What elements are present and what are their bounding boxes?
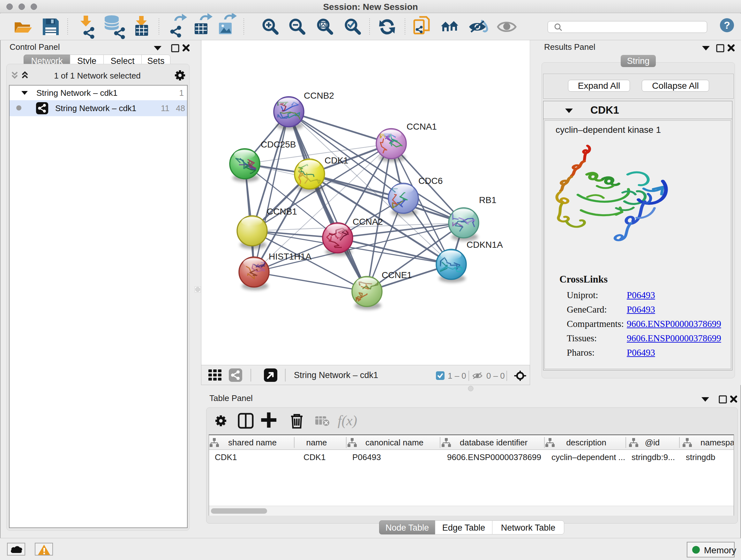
- svg-text:name: name: [306, 438, 327, 447]
- svg-text:CCNA1: CCNA1: [407, 122, 437, 132]
- svg-text:CDC25B: CDC25B: [261, 139, 296, 149]
- svg-text:shared name: shared name: [228, 438, 277, 447]
- svg-text:0 – 0: 0 – 0: [486, 371, 505, 381]
- svg-text:database identifier: database identifier: [460, 438, 528, 447]
- svg-text:CDKN1A: CDKN1A: [467, 240, 503, 250]
- svg-text:CCNE1: CCNE1: [382, 270, 412, 280]
- svg-text:1 – 0: 1 – 0: [448, 371, 466, 381]
- svg-text:canonical name: canonical name: [365, 438, 423, 447]
- svg-text:CDK1: CDK1: [325, 155, 348, 165]
- svg-text:@id: @id: [645, 438, 660, 447]
- svg-text:CCNB1: CCNB1: [267, 206, 297, 216]
- svg-text:CDC6: CDC6: [418, 176, 443, 186]
- svg-text:RB1: RB1: [479, 195, 496, 205]
- svg-text:f(x): f(x): [338, 413, 357, 428]
- svg-text:?: ?: [724, 19, 730, 31]
- svg-text:description: description: [566, 438, 606, 447]
- svg-text:CCNA2: CCNA2: [353, 217, 383, 227]
- svg-text:CCNB2: CCNB2: [304, 91, 334, 101]
- svg-text:HIST1H1A: HIST1H1A: [269, 252, 312, 261]
- svg-text:namespace: namespace: [700, 438, 734, 447]
